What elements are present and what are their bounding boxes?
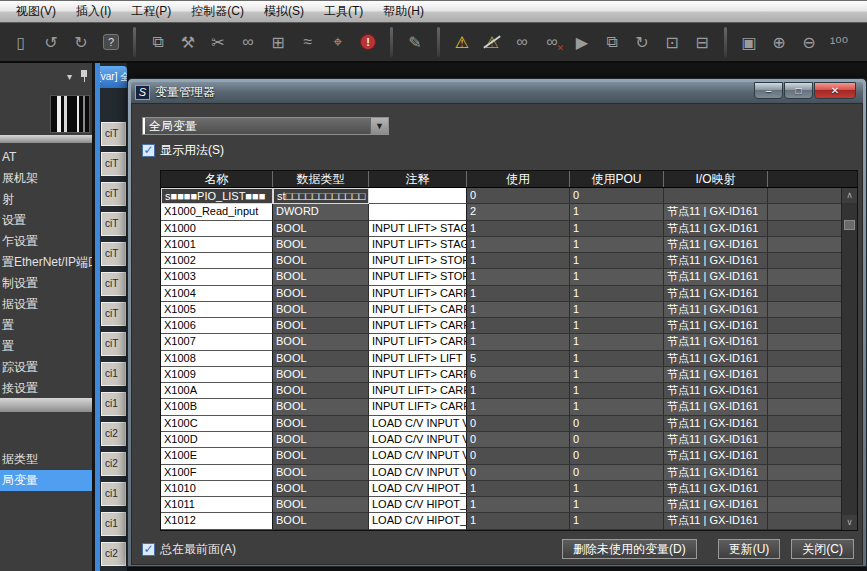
variable-row[interactable]: s■■■■PIO_LIST■■■st□□□□□□□□□□□□00 [161, 188, 841, 204]
variable-row[interactable]: X1000_Read_inputDWORD21节点11 | GX-ID161 [161, 204, 841, 220]
tree-item[interactable]: 展机架 [0, 168, 92, 189]
variable-name-cell[interactable]: X100A [161, 383, 273, 399]
menu-item[interactable]: 模拟(S) [254, 1, 314, 22]
background-row-header[interactable]: ciT [101, 212, 126, 236]
background-row-header[interactable]: ci2 [101, 422, 126, 446]
variable-name-cell[interactable]: X1010 [161, 481, 273, 497]
scroll-up-icon[interactable]: ∧ [842, 188, 857, 203]
refresh-icon[interactable]: ↻ [629, 29, 655, 55]
variable-row[interactable]: X1008BOOLINPUT LIFT> LIFT (51节点11 | GX-I… [161, 351, 841, 367]
menu-item[interactable]: 帮助(H) [373, 1, 434, 22]
tree-item[interactable]: 乍设置 [0, 231, 92, 252]
tree-item[interactable]: 置EtherNet/IP端口 [0, 252, 92, 273]
watch-window-icon[interactable]: ∞ [235, 29, 261, 55]
variable-name-cell[interactable]: X1009 [161, 367, 273, 383]
variable-row[interactable]: X100FBOOLLOAD C/V INPUT V00节点11 | GX-ID1… [161, 465, 841, 481]
background-row-header[interactable]: ci2 [101, 452, 126, 476]
variable-row[interactable]: X100CBOOLLOAD C/V INPUT V00节点11 | GX-ID1… [161, 416, 841, 432]
variable-row[interactable]: X1006BOOLINPUT LIFT> CARR11节点11 | GX-ID1… [161, 318, 841, 334]
tree-item[interactable]: 设置 [0, 210, 92, 231]
go-offline-icon[interactable]: ⚠ [479, 29, 505, 55]
tab-global-variables[interactable]: [var] 全 [100, 66, 127, 88]
pin-icon[interactable] [80, 70, 88, 82]
comment-cell[interactable] [369, 204, 467, 220]
menu-item[interactable]: 工具(T) [314, 1, 373, 22]
comment-cell[interactable]: INPUT LIFT> CARR [369, 302, 467, 318]
variable-row[interactable]: X1010BOOLLOAD C/V HIPOT_11节点11 | GX-ID16… [161, 481, 841, 497]
comment-cell[interactable]: LOAD C/V HIPOT_ [369, 497, 467, 513]
column-header[interactable]: 名称 [161, 171, 273, 187]
background-row-header[interactable]: ciT [101, 122, 126, 146]
background-row-header[interactable]: ci1 [101, 392, 126, 416]
variable-name-cell[interactable]: X1008 [161, 351, 273, 367]
redo-icon[interactable]: ↻ [68, 29, 94, 55]
search-icon[interactable]: ⌖ [325, 29, 351, 55]
menu-item[interactable]: 视图(V) [6, 1, 66, 22]
variable-row[interactable]: X100EBOOLLOAD C/V INPUT V00节点11 | GX-ID1… [161, 448, 841, 464]
variable-row[interactable]: X100BBOOLINPUT LIFT> CARR11节点11 | GX-ID1… [161, 399, 841, 415]
tree-item[interactable]: 置 [0, 336, 92, 357]
comment-cell[interactable]: LOAD C/V INPUT V [369, 432, 467, 448]
watch-remove-icon[interactable]: ∞✕ [539, 29, 565, 55]
comment-cell[interactable]: INPUT LIFT> CARR [369, 399, 467, 415]
zoom-out-icon[interactable]: ⊖ [796, 29, 822, 55]
background-row-header[interactable]: ciT [101, 332, 126, 356]
variable-row[interactable]: X1011BOOLLOAD C/V HIPOT_11节点11 | GX-ID16… [161, 497, 841, 513]
tree-item-selected[interactable]: 局变量 [0, 470, 92, 491]
always-on-top-checkbox[interactable]: ✓ [142, 543, 155, 556]
background-row-header[interactable]: ci1 [101, 482, 126, 506]
chevron-down-icon[interactable]: ▾ [67, 71, 72, 82]
variable-name-cell[interactable]: X1005 [161, 302, 273, 318]
background-row-header[interactable]: ci1 [101, 362, 126, 386]
background-row-header[interactable]: ciT [101, 272, 126, 296]
trash-icon[interactable]: ▯ [8, 29, 34, 55]
background-row-header[interactable]: ciT [101, 152, 126, 176]
variable-row[interactable]: X100ABOOLINPUT LIFT> CARR11节点11 | GX-ID1… [161, 383, 841, 399]
variable-name-cell[interactable]: X1001 [161, 237, 273, 253]
delete-unused-variables-button[interactable]: 删除未使用的变量(D) [562, 539, 697, 559]
menu-item[interactable]: 工程(P) [121, 1, 181, 22]
vertical-scrollbar[interactable]: ∧ ∨ [841, 188, 857, 530]
column-header[interactable]: 使用POU [570, 171, 664, 187]
maximize-button[interactable]: □ [784, 82, 813, 99]
comment-cell[interactable]: INPUT LIFT> CARR [369, 367, 467, 383]
sync-to-controller-icon[interactable]: ⊡ [659, 29, 685, 55]
error-list-icon[interactable]: ! [355, 29, 381, 55]
tree-item[interactable]: AT [0, 147, 92, 168]
background-row-header[interactable]: ci2 [101, 542, 126, 566]
background-row-header[interactable]: ciT [101, 242, 126, 266]
comment-cell[interactable]: INPUT LIFT> CARR [369, 383, 467, 399]
variable-name-cell[interactable]: X100C [161, 416, 273, 432]
build-icon[interactable]: ⚒ [175, 29, 201, 55]
show-usage-checkbox[interactable]: ✓ [142, 144, 155, 157]
sync-from-controller-icon[interactable]: ⊟ [689, 29, 715, 55]
comment-cell[interactable]: INPUT LIFT> STAG [369, 221, 467, 237]
close-button[interactable]: 关闭(C) [791, 539, 854, 559]
variable-name-cell[interactable]: X1012 [161, 513, 273, 529]
variable-row[interactable]: X1009BOOLINPUT LIFT> CARR61节点11 | GX-ID1… [161, 367, 841, 383]
tree-item[interactable]: 踪设置 [0, 357, 92, 378]
column-header[interactable]: 注释 [369, 171, 467, 187]
variable-row[interactable]: X1012BOOLLOAD C/V HIPOT_11节点11 | GX-ID16… [161, 513, 841, 529]
comment-cell[interactable]: INPUT LIFT> CARR [369, 334, 467, 350]
variable-name-cell[interactable]: X1006 [161, 318, 273, 334]
online-warning-icon[interactable]: ⚠ [449, 29, 475, 55]
comment-cell[interactable]: INPUT LIFT> STAG [369, 237, 467, 253]
comment-cell[interactable]: INPUT LIFT> LIFT ( [369, 351, 467, 367]
column-header[interactable]: 数据类型 [273, 171, 369, 187]
comment-cell[interactable]: INPUT LIFT> CARR [369, 318, 467, 334]
edit-pointer-icon[interactable]: ✎ [402, 29, 428, 55]
background-row-header[interactable]: ci1 [101, 512, 126, 536]
variable-name-cell[interactable]: X100E [161, 448, 273, 464]
comment-cell[interactable]: LOAD C/V HIPOT_ [369, 513, 467, 529]
fit-view-icon[interactable]: ▣ [736, 29, 762, 55]
monitor-watch-icon[interactable]: ∞ [509, 29, 535, 55]
variable-row[interactable]: X1005BOOLINPUT LIFT> CARR11节点11 | GX-ID1… [161, 302, 841, 318]
comment-cell[interactable]: INPUT LIFT> STOP [369, 253, 467, 269]
tree-item[interactable]: 接设置 [0, 378, 92, 399]
background-row-header[interactable]: ciT [101, 302, 126, 326]
tree-item[interactable]: 射 [0, 189, 92, 210]
dropdown-arrow-icon[interactable]: ▼ [370, 118, 388, 134]
variable-name-cell[interactable]: X100B [161, 399, 273, 415]
variable-row[interactable]: X100DBOOLLOAD C/V INPUT V00节点11 | GX-ID1… [161, 432, 841, 448]
